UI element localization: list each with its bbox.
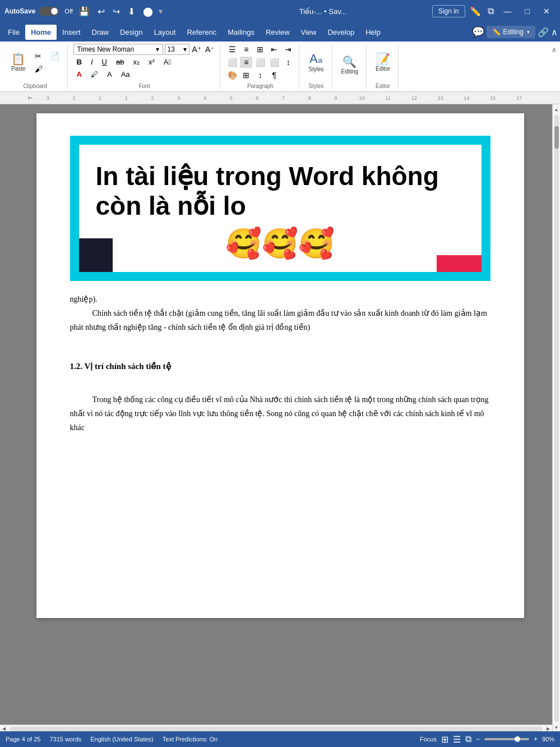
- zoom-out-button[interactable]: −: [476, 735, 480, 743]
- styles-group: Aₐ Styles Styles: [300, 44, 332, 89]
- tab-draw[interactable]: Draw: [86, 25, 114, 40]
- align-center-button[interactable]: ≡: [240, 57, 252, 68]
- copy-button[interactable]: 📄: [47, 50, 63, 62]
- tab-file[interactable]: File: [2, 25, 25, 40]
- undo-icon[interactable]: ↩: [95, 6, 107, 17]
- strikethrough-button[interactable]: ab: [113, 57, 127, 67]
- scroll-down-arrow[interactable]: ▼: [553, 723, 561, 731]
- increase-indent-button[interactable]: ⇥: [282, 44, 294, 55]
- ruler-mark: 4: [192, 95, 218, 101]
- tab-design[interactable]: Design: [114, 25, 148, 40]
- scroll-thumb[interactable]: [554, 126, 559, 149]
- ruler-mark: 2: [140, 95, 166, 101]
- highlight-button[interactable]: 🖊: [87, 69, 101, 80]
- styles-content: Aₐ Styles: [305, 44, 327, 81]
- text-shade-button[interactable]: A: [104, 69, 115, 80]
- superscript-button[interactable]: x²: [145, 57, 158, 67]
- justify-button[interactable]: ⬜: [268, 57, 280, 68]
- minimize-button[interactable]: —: [498, 4, 517, 18]
- focus-mode[interactable]: Focus: [420, 736, 437, 743]
- comment-icon[interactable]: 💬: [472, 26, 484, 38]
- tab-mailings[interactable]: Mailings: [222, 25, 260, 40]
- font-size-selector[interactable]: 13 ▾: [165, 44, 189, 55]
- web-layout-icon[interactable]: ☰: [453, 734, 461, 745]
- restore-icon[interactable]: ⧉: [485, 6, 496, 16]
- editor-button[interactable]: 📝 Editor: [372, 52, 394, 73]
- title-bar-left: AutoSave Off 💾 ↩ ↪ ⬇ ⬤ ▾: [4, 6, 214, 17]
- h-scroll-track[interactable]: [10, 727, 543, 731]
- styles-label: Styles: [308, 66, 323, 72]
- editing-button[interactable]: ✏️ Editing ▾: [487, 26, 535, 38]
- tab-insert[interactable]: Insert: [57, 25, 86, 40]
- align-left-button[interactable]: ⬜: [226, 57, 238, 68]
- decrease-indent-button[interactable]: ⇤: [268, 44, 280, 55]
- italic-button[interactable]: I: [87, 57, 96, 67]
- show-hide-button[interactable]: ¶: [268, 70, 280, 81]
- editor-label: Editor: [376, 66, 390, 72]
- font-color-button[interactable]: A: [73, 69, 85, 80]
- reader-view-icon[interactable]: ⧉: [465, 734, 471, 744]
- scroll-track[interactable]: [554, 115, 559, 722]
- paste-label: Paste: [11, 66, 26, 72]
- sign-in-button[interactable]: Sign in: [432, 5, 465, 17]
- numbered-list-button[interactable]: ≡: [240, 44, 252, 55]
- increase-font-size-button[interactable]: A⁺: [191, 44, 202, 55]
- toggle-knob: [51, 8, 58, 15]
- zoom-in-button[interactable]: +: [534, 735, 538, 743]
- ruler-mark: 10: [349, 95, 375, 101]
- align-right-button[interactable]: ⬜: [254, 57, 266, 68]
- multilevel-list-button[interactable]: ⊞: [254, 44, 266, 55]
- paste-button[interactable]: 📋 Paste: [8, 52, 29, 73]
- share-icon[interactable]: 🔗: [538, 27, 549, 38]
- tab-layout[interactable]: Layout: [148, 25, 181, 40]
- underline-button[interactable]: U: [99, 57, 110, 67]
- ruler-mark: 12: [401, 95, 428, 101]
- autosave-toggle[interactable]: [39, 7, 59, 16]
- shading-button[interactable]: 🎨: [226, 70, 238, 81]
- tab-home[interactable]: Home: [25, 25, 57, 40]
- save-icon[interactable]: 💾: [76, 6, 92, 17]
- bold-button[interactable]: B: [73, 57, 85, 67]
- line-spacing-button[interactable]: ↕: [282, 57, 294, 68]
- pen-icon[interactable]: ✏️: [468, 6, 483, 17]
- tab-references[interactable]: Referenc: [181, 25, 222, 40]
- editor-icon: 📝: [376, 53, 390, 64]
- ruler-mark: 17: [506, 95, 532, 101]
- expand-icon[interactable]: ∧: [552, 46, 557, 54]
- status-bar: Page 4 of 25 7315 words English (United …: [0, 731, 560, 747]
- ribbon-expand[interactable]: ∧: [552, 44, 557, 89]
- tab-view[interactable]: View: [295, 25, 322, 40]
- font-name-selector[interactable]: Times New Roman ▾: [73, 44, 163, 55]
- ruler-mark: 6: [244, 95, 271, 101]
- decrease-font-size-button[interactable]: A⁻: [204, 44, 215, 55]
- autosave-label: AutoSave: [4, 7, 35, 15]
- print-layout-icon[interactable]: ⊞: [441, 734, 448, 745]
- customize-icon[interactable]: ⬇: [126, 6, 137, 17]
- scroll-up-arrow[interactable]: ▲: [553, 105, 561, 113]
- document-area[interactable]: ▲ ▼ In tài liệu trong Word không còn là …: [0, 104, 560, 732]
- border-button[interactable]: ⊞: [240, 70, 252, 81]
- tab-help[interactable]: Help: [360, 25, 386, 40]
- banner-title: In tài liệu trong Word không còn là nỗi …: [96, 162, 465, 221]
- subscript-button[interactable]: x₂: [129, 57, 143, 67]
- vertical-scrollbar[interactable]: ▲ ▼: [552, 104, 560, 732]
- cut-button[interactable]: ✂: [31, 50, 45, 62]
- circle-icon[interactable]: ⬤: [141, 6, 155, 17]
- sort-button[interactable]: ↕: [254, 70, 266, 81]
- redo-icon[interactable]: ↪: [110, 6, 122, 17]
- clipboard-group: 📋 Paste ✂ 📄 🖌 Clipboard: [3, 44, 68, 89]
- styles-button[interactable]: Aₐ Styles: [305, 51, 327, 74]
- clear-format-button[interactable]: A⃝: [160, 57, 174, 67]
- ribbon-collapse-icon[interactable]: ∧: [551, 27, 558, 38]
- tab-review[interactable]: Review: [260, 25, 295, 40]
- case-button[interactable]: Aa: [118, 69, 133, 80]
- extra-row: 🎨 ⊞ ↕ ¶: [226, 70, 294, 81]
- maximize-button[interactable]: □: [520, 4, 535, 18]
- editor-group-label: Editor: [372, 81, 394, 89]
- zoom-slider[interactable]: [484, 738, 529, 740]
- format-painter-button[interactable]: 🖌: [31, 63, 46, 75]
- bullet-list-button[interactable]: ☰: [226, 44, 238, 55]
- close-button[interactable]: ✕: [538, 4, 556, 18]
- tab-developer[interactable]: Develop: [322, 25, 360, 40]
- editing-ribbon-button[interactable]: 🔍 Editing: [338, 54, 362, 76]
